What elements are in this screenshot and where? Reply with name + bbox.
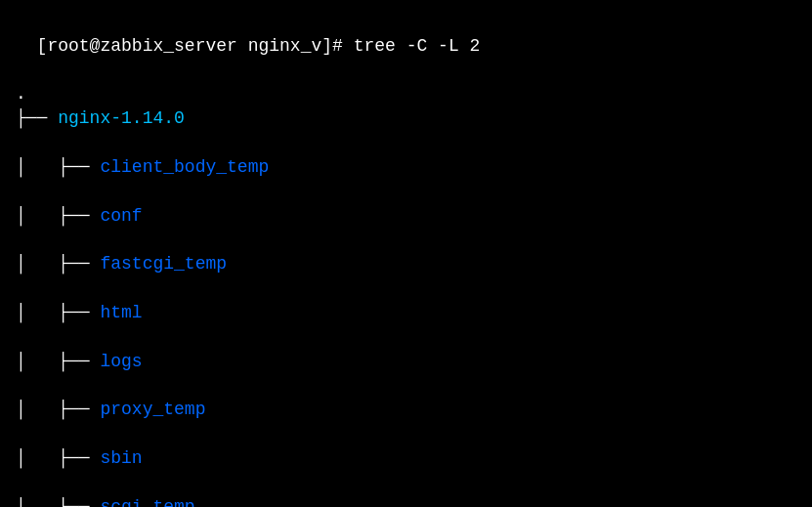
- tree-line: │ ├── html: [16, 301, 796, 325]
- tree-line: │ ├── sbin: [16, 446, 796, 471]
- tree-prefix: │ ├──: [16, 206, 100, 226]
- dir-client-body-temp: client_body_temp: [100, 157, 269, 177]
- command-prompt: [root@zabbix_server nginx_v]# tree -C -L…: [37, 36, 481, 56]
- tree-prefix: │ ├──: [16, 254, 100, 274]
- tree-line: │ ├── fastcgi_temp: [16, 252, 796, 276]
- tree-line: │ ├── conf: [16, 204, 796, 229]
- tree-prefix: │ ├──: [16, 352, 100, 371]
- tree-output: . ├── nginx-1.14.0 │ ├── client_body_tem…: [16, 59, 796, 507]
- tree-prefix: │ ├──: [16, 448, 100, 468]
- tree-prefix: │ ├──: [16, 400, 100, 419]
- dir-scgi-temp: scgi_temp: [100, 497, 194, 507]
- tree-line: │ ├── logs: [16, 350, 796, 374]
- dir-nginx: nginx-1.14.0: [58, 108, 185, 128]
- dir-conf: conf: [100, 206, 142, 226]
- tree-prefix: │ ├──: [16, 157, 100, 177]
- dir-html: html: [100, 303, 142, 322]
- tree-root: .: [16, 84, 26, 104]
- dir-sbin: sbin: [100, 448, 142, 468]
- tree-prefix: ├──: [16, 108, 58, 128]
- tree-prefix: │ ├──: [16, 303, 100, 322]
- dir-fastcgi-temp: fastcgi_temp: [100, 254, 227, 274]
- tree-line: │ ├── client_body_temp: [16, 155, 796, 180]
- dir-logs: logs: [100, 352, 142, 371]
- tree-line: ├── nginx-1.14.0: [16, 106, 796, 131]
- tree-line: │ ├── scgi_temp: [16, 495, 796, 507]
- dir-proxy-temp: proxy_temp: [100, 400, 205, 419]
- tree-prefix: │ ├──: [16, 497, 100, 507]
- tree-line: │ ├── proxy_temp: [16, 398, 796, 422]
- terminal-window: [root@zabbix_server nginx_v]# tree -C -L…: [16, 10, 796, 59]
